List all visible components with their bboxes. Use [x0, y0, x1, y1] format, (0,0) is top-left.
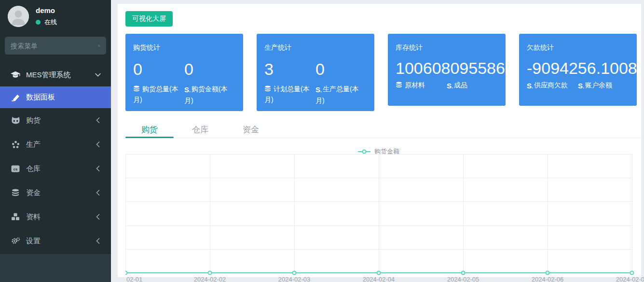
avatar[interactable] — [8, 6, 29, 27]
x-axis-tick-label: 2024-02-03 — [278, 276, 311, 282]
stat-value: 0 — [133, 60, 184, 79]
stat-label: 购货金额(本月) — [184, 85, 228, 104]
line-chart: 购货金额 02-012024-02-022024-02-032024-02-04… — [125, 146, 632, 282]
data-panel-icon — [11, 94, 20, 101]
database-icon — [264, 85, 271, 92]
database-icon — [133, 85, 140, 92]
stat-value: 3 — [264, 60, 315, 79]
sidebar-item-materials[interactable]: 资料 — [0, 205, 111, 229]
cubes-icon — [11, 213, 20, 221]
chevron-left-icon — [95, 190, 101, 196]
stat-metric: S成品 — [447, 80, 498, 91]
sidebar-menu: MES管理系统 数据面板 — [0, 63, 111, 253]
chart-x-axis-labels: 02-012024-02-022024-02-032024-02-042024-… — [125, 276, 632, 282]
x-axis-tick-label: 2024-02-07 — [616, 276, 644, 282]
stat-label: 原材料 — [405, 81, 425, 89]
sidebar-item-data-panel[interactable]: 数据面板 — [0, 86, 111, 108]
card-title: 购货统计 — [133, 43, 235, 52]
svg-text:cs: cs — [14, 167, 18, 171]
database-icon — [396, 82, 402, 88]
stat-metric: 计划总量(本月) — [264, 84, 315, 105]
data-point-marker — [292, 271, 297, 275]
sidebar-item-label: 设置 — [26, 237, 95, 246]
search-icon[interactable] — [98, 42, 100, 50]
money-s-icon: S — [184, 85, 189, 95]
visualization-bigscreen-button[interactable]: 可视化大屏 — [125, 11, 173, 27]
stat-label: 购货总量(本月) — [133, 85, 178, 103]
stat-value: 0 — [315, 60, 367, 79]
money-s-icon: S — [527, 81, 532, 91]
sidebar-item-warehouse[interactable]: cs 仓库 — [0, 156, 111, 181]
data-point-marker — [546, 271, 550, 275]
sidebar-search — [5, 37, 106, 55]
production-burst-icon — [11, 141, 20, 149]
v-gridline — [210, 154, 210, 273]
card-title: 库存统计 — [396, 43, 498, 52]
legend-line-marker-icon — [358, 150, 370, 154]
stat-metric: S购货金额(本月) — [184, 84, 235, 106]
sidebar-item-label: 数据面板 — [26, 93, 101, 102]
tab-purchase[interactable]: 购货 — [125, 122, 174, 138]
data-point-marker — [123, 271, 128, 275]
card-title: 生产统计 — [264, 43, 367, 52]
stat-value: -9094256.1008644 — [527, 59, 629, 78]
v-gridline — [632, 154, 632, 273]
sidebar: demo 在线 MES管理系统 — [0, 0, 111, 282]
stat-label: 计划总量(本月) — [264, 85, 310, 103]
chart-plot — [125, 154, 632, 273]
online-dot-icon — [36, 20, 41, 25]
tab-funds[interactable]: 资金 — [227, 122, 275, 138]
username: demo — [36, 6, 57, 14]
database-icon — [11, 189, 20, 197]
chevron-left-icon — [95, 141, 101, 147]
sidebar-item-label: 购货 — [26, 116, 95, 125]
data-point-marker — [461, 271, 466, 275]
x-axis-tick-label: 2024-02-04 — [363, 276, 395, 282]
x-axis-tick-label: 2024-02-05 — [447, 276, 480, 282]
stat-label: 生产总量(本月) — [315, 85, 359, 104]
sidebar-item-label: MES管理系统 — [26, 70, 95, 80]
stat-label: 账户余额 — [585, 81, 612, 89]
money-s-icon: S — [578, 81, 583, 91]
x-axis-tick-label: 2024-02-06 — [532, 276, 564, 282]
stat-label: 供应商欠款 — [534, 81, 568, 89]
sidebar-item-label: 生产 — [26, 140, 95, 149]
money-s-icon: S — [315, 85, 320, 95]
chevron-left-icon — [95, 166, 101, 171]
v-gridline — [294, 154, 295, 273]
sidebar-item-mes-system[interactable]: MES管理系统 — [0, 63, 111, 86]
v-gridline — [548, 154, 548, 273]
card-title: 欠款统计 — [527, 43, 629, 52]
sidebar-item-funds[interactable]: 资金 — [0, 181, 111, 205]
v-gridline — [379, 154, 379, 273]
stat-metric: S账户余额 — [578, 80, 629, 91]
stat-label: 成品 — [454, 81, 467, 89]
stat-metric: S供应商欠款 — [527, 80, 578, 91]
stat-metric: 原材料 — [396, 80, 447, 90]
purchase-face-icon — [11, 116, 20, 124]
stat-card-inventory: 库存统计 1006080955860 原材料 S成品 — [388, 34, 506, 106]
sidebar-item-purchase[interactable]: 购货 — [0, 108, 111, 132]
stat-card-production: 生产统计 3 计划总量(本月) 0 S生产总量(本月) — [257, 34, 374, 111]
money-s-icon: S — [447, 81, 452, 91]
sidebar-item-label: 资料 — [26, 212, 95, 222]
user-silhouette-icon — [8, 6, 29, 27]
chevron-down-icon — [95, 73, 101, 77]
user-status: 在线 — [36, 18, 57, 27]
x-axis-tick-label: 02-01 — [126, 276, 142, 282]
sidebar-item-production[interactable]: 生产 — [0, 132, 111, 156]
sidebar-item-settings[interactable]: 设置 — [0, 229, 111, 253]
sidebar-footer — [0, 254, 111, 282]
sidebar-item-label: 资金 — [26, 188, 95, 197]
chart-tabs: 购货 仓库 资金 — [125, 122, 641, 138]
stat-value: 0 — [184, 60, 235, 79]
status-label: 在线 — [44, 18, 57, 27]
search-input[interactable] — [11, 42, 98, 50]
chevron-left-icon — [95, 238, 101, 244]
chevron-left-icon — [95, 117, 101, 123]
stat-card-purchase: 购货统计 0 购货总量(本月) 0 S购货金额(本月) — [125, 34, 243, 111]
user-panel: demo 在线 — [0, 0, 111, 32]
stat-metric: 购货总量(本月) — [133, 84, 184, 105]
tab-warehouse[interactable]: 仓库 — [176, 122, 224, 138]
gears-icon — [11, 237, 20, 245]
